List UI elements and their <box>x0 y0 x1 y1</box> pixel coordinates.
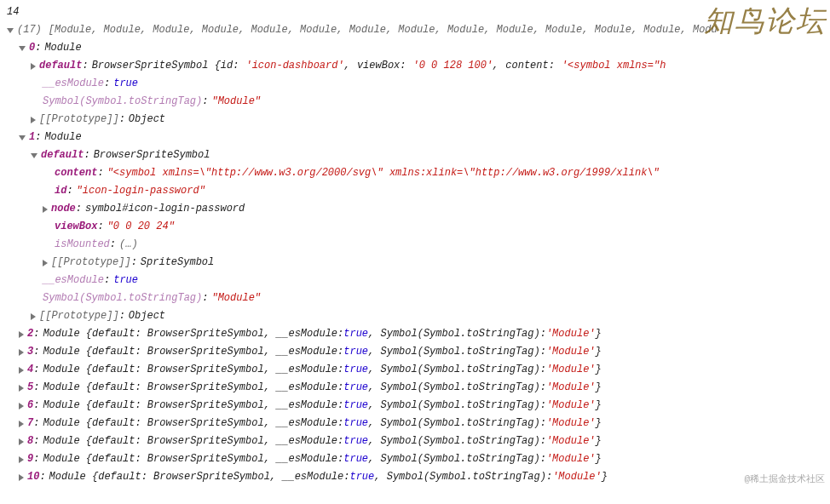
prop-key: [[Prototype]] <box>39 111 119 129</box>
chevron-right-icon[interactable] <box>43 260 48 266</box>
array-item-8[interactable]: 8:Module {default: BrowserSpriteSymbol, … <box>7 432 830 450</box>
array-item-5[interactable]: 5:Module {default: BrowserSpriteSymbol, … <box>7 379 830 397</box>
property-prototype[interactable]: [[Prototype]]: Object <box>7 307 830 325</box>
object-preview: Module {default: BrowserSpriteSymbol, __… <box>43 432 343 450</box>
property-viewbox[interactable]: viewBox: "0 0 20 24" <box>7 218 830 236</box>
array-item-4[interactable]: 4:Module {default: BrowserSpriteSymbol, … <box>7 361 830 379</box>
chevron-right-icon[interactable] <box>31 313 36 320</box>
array-item-2[interactable]: 2:Module {default: BrowserSpriteSymbol, … <box>7 325 830 343</box>
object-preview: Module {default: BrowserSpriteSymbol, __… <box>49 468 350 486</box>
property-prototype[interactable]: [[Prototype]]: SpriteSymbol <box>7 254 830 272</box>
string-value: '0 0 128 100' <box>412 57 493 75</box>
string-value: 'Module' <box>546 432 596 450</box>
prop-key: default <box>39 57 82 75</box>
property-esmodule[interactable]: __esModule: true <box>7 272 830 289</box>
property-symboltag[interactable]: Symbol(Symbol.toStringTag): "Module" <box>7 289 830 307</box>
object-type: Object <box>129 111 165 129</box>
index-key: 0 <box>29 39 35 57</box>
string-value: "Module" <box>211 93 261 111</box>
property-content[interactable]: content: "<symbol xmlns=\"http://www.w3.… <box>7 164 830 182</box>
object-type: Module <box>44 129 81 146</box>
string-value: 'Module' <box>546 343 596 361</box>
index-key: 10 <box>27 468 39 486</box>
string-value: 'Module' <box>546 325 596 343</box>
property-default[interactable]: default: BrowserSpriteSymbol {id: 'icon-… <box>7 57 830 75</box>
chevron-down-icon[interactable] <box>31 153 37 158</box>
chevron-down-icon[interactable] <box>19 135 26 140</box>
chevron-right-icon[interactable] <box>19 367 24 374</box>
chevron-right-icon[interactable] <box>31 117 36 123</box>
bool-value: true <box>343 432 368 450</box>
string-value: "icon-login-password" <box>77 182 205 200</box>
prop-key: [[Prototype]] <box>51 254 131 272</box>
bool-value: true <box>343 450 368 468</box>
property-default[interactable]: default: BrowserSpriteSymbol <box>7 146 830 164</box>
prop-key: content <box>55 164 97 182</box>
object-preview: Module {default: BrowserSpriteSymbol, __… <box>43 450 343 468</box>
array-item-1[interactable]: 1: Module <box>7 129 830 146</box>
chevron-right-icon[interactable] <box>43 206 48 213</box>
prop-key: node <box>51 200 76 218</box>
property-id[interactable]: id: "icon-login-password" <box>7 182 830 200</box>
index-key: 9 <box>27 450 33 468</box>
object-preview: Module {default: BrowserSpriteSymbol, __… <box>43 397 343 415</box>
index-key: 8 <box>27 432 33 450</box>
dom-value: symbol#icon-login-password <box>85 200 245 218</box>
index-key: 5 <box>27 379 33 397</box>
chevron-right-icon[interactable] <box>19 331 24 338</box>
chevron-right-icon[interactable] <box>19 456 24 463</box>
chevron-right-icon[interactable] <box>19 385 24 392</box>
array-item-0[interactable]: 0: Module <box>7 39 830 57</box>
bool-value: true <box>343 361 368 379</box>
array-header[interactable]: (17) [Module, Module, Module, Module, Mo… <box>7 21 830 39</box>
object-type: Object <box>129 307 165 325</box>
chevron-right-icon[interactable] <box>31 63 36 70</box>
bool-value: true <box>343 343 368 361</box>
prop-key: default <box>41 146 84 164</box>
array-item-7[interactable]: 7:Module {default: BrowserSpriteSymbol, … <box>7 415 830 432</box>
object-preview: Module {default: BrowserSpriteSymbol, __… <box>43 361 343 379</box>
array-item-6[interactable]: 6:Module {default: BrowserSpriteSymbol, … <box>7 397 830 415</box>
string-value: "<symbol xmlns=\"http://www.w3.org/2000/… <box>107 164 660 182</box>
string-value: 'Module' <box>546 379 596 397</box>
bool-value: true <box>349 468 374 486</box>
bool-value: true <box>343 325 368 343</box>
chevron-right-icon[interactable] <box>19 474 24 481</box>
bool-value: true <box>113 75 138 93</box>
bool-value: true <box>343 415 368 432</box>
property-symboltag[interactable]: Symbol(Symbol.toStringTag): "Module" <box>7 93 830 111</box>
prop-key: Symbol(Symbol.toStringTag) <box>43 289 202 307</box>
property-esmodule[interactable]: __esModule: true <box>7 75 830 93</box>
chevron-right-icon[interactable] <box>19 421 24 427</box>
getter-value[interactable]: (…) <box>119 236 138 254</box>
object-type: Module <box>44 39 81 57</box>
chevron-right-icon[interactable] <box>19 349 24 356</box>
property-node[interactable]: node: symbol#icon-login-password <box>7 200 830 218</box>
array-length: (17) <box>17 21 42 39</box>
chevron-down-icon[interactable] <box>19 46 26 51</box>
bool-value: true <box>343 397 368 415</box>
string-value: "Module" <box>211 289 261 307</box>
chevron-right-icon[interactable] <box>19 438 24 445</box>
prop-key: Symbol(Symbol.toStringTag) <box>43 93 202 111</box>
chevron-right-icon[interactable] <box>19 403 24 410</box>
property-prototype[interactable]: [[Prototype]]: Object <box>7 111 830 129</box>
index-key: 1 <box>29 129 35 146</box>
prop-label: viewBox: <box>357 57 406 75</box>
chevron-down-icon[interactable] <box>7 28 14 33</box>
object-preview: Module {default: BrowserSpriteSymbol, __… <box>43 325 343 343</box>
index-key: 2 <box>27 325 33 343</box>
bool-value: true <box>113 272 138 289</box>
string-value: 'Module' <box>552 468 602 486</box>
object-type: BrowserSpriteSymbol <box>94 146 210 164</box>
object-preview: Module {default: BrowserSpriteSymbol, __… <box>43 343 343 361</box>
array-item-9[interactable]: 9:Module {default: BrowserSpriteSymbol, … <box>7 450 830 468</box>
prop-key: id <box>55 182 66 200</box>
string-value: 'Module' <box>546 450 596 468</box>
property-ismounted[interactable]: isMounted: (…) <box>7 236 830 254</box>
line-number: 14 <box>7 3 19 21</box>
array-item-3[interactable]: 3:Module {default: BrowserSpriteSymbol, … <box>7 343 830 361</box>
array-item-10[interactable]: 10:Module {default: BrowserSpriteSymbol,… <box>7 468 830 486</box>
index-key: 4 <box>27 361 33 379</box>
object-preview: Module {default: BrowserSpriteSymbol, __… <box>43 415 343 432</box>
